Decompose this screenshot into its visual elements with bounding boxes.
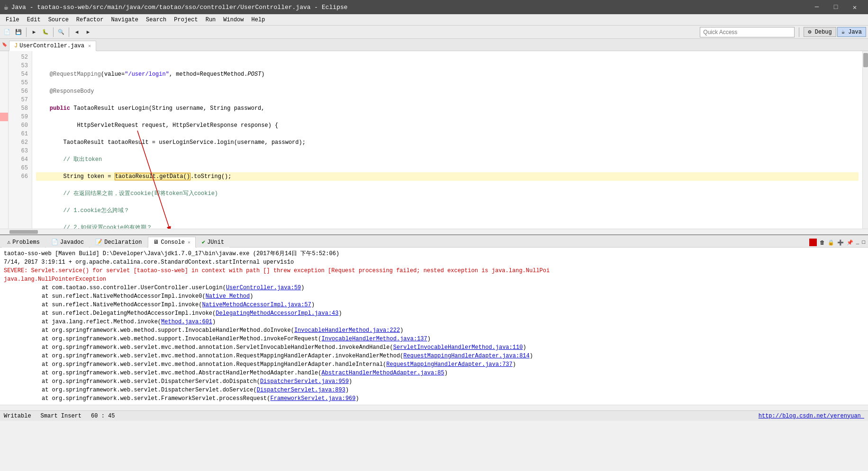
console-npe-link[interactable]: java.lang.NullPointerException (4, 275, 864, 284)
stack-link-2[interactable]: Native Method (206, 293, 250, 300)
toolbar-back[interactable]: ◀ (72, 27, 82, 37)
app-icon: ☕ (4, 2, 9, 12)
toolbar-sep-persp (799, 27, 799, 37)
console-stack-2: at sun.reflect.NativeMethodAccessorImpl.… (4, 292, 864, 301)
code-line-57: TaotaoResult taotaoResult = userLoginSer… (36, 138, 859, 147)
menu-file[interactable]: File (2, 16, 23, 24)
console-actions: 🗑 🔒 ➕ 📌 _ □ (808, 238, 866, 247)
quick-access-input[interactable] (700, 27, 795, 37)
problems-icon: ⚠ (7, 239, 10, 246)
console-stack-14: at org.springframework.web.servlet.Frame… (4, 394, 864, 403)
title-bar-controls: ─ □ ✕ (807, 0, 864, 14)
toolbar-debug[interactable]: 🐛 (40, 27, 51, 37)
menu-navigate[interactable]: Navigate (107, 16, 142, 24)
console-stack-10: at org.springframework.web.servlet.mvc.m… (4, 360, 864, 369)
breakpoint-marker (0, 113, 8, 121)
tab-close-icon[interactable]: ✕ (88, 43, 91, 49)
toolbar-forward[interactable]: ▶ (83, 27, 93, 37)
code-line-54: @ResponseBody (36, 87, 859, 96)
perspective-buttons: ⚙ Debug ☕ Java (804, 27, 866, 37)
console-stack-12: at org.springframework.web.servlet.Dispa… (4, 377, 864, 386)
java-perspective-button[interactable]: ☕ Java (837, 27, 866, 37)
title-text: Java - taotao-sso-web/src/main/java/com/… (11, 4, 348, 11)
declaration-label: Declaration (104, 239, 142, 246)
console-terminate-button[interactable] (809, 239, 817, 246)
stack-link-9[interactable]: RequestMappingHandlerAdapter.java:814 (403, 353, 529, 359)
console-stack-5: at java.lang.reflect.Method.invoke(Metho… (4, 318, 864, 326)
menu-run[interactable]: Run (202, 16, 220, 24)
java-file-icon: J (14, 43, 18, 49)
editor-area: 🔖 J UserController.java ✕ 52 53 54 55 56… (0, 39, 868, 235)
console-scroll-lock-button[interactable]: 🔒 (828, 240, 834, 246)
toolbar-save[interactable]: 💾 (13, 27, 24, 37)
stack-link-1[interactable]: UserController.java:59 (226, 284, 301, 291)
status-bar-left: Writable Smart Insert 60 : 45 (4, 413, 115, 419)
stack-link-3[interactable]: NativeMethodAccessorImpl.java:57 (202, 302, 311, 308)
menu-refactor[interactable]: Refactor (72, 16, 108, 24)
maximize-button[interactable]: □ (826, 0, 845, 14)
console-stack-1: at com.taotao.sso.controller.UserControl… (4, 284, 864, 292)
tab-junit[interactable]: ✔ JUnit (197, 237, 229, 248)
debug-perspective-button[interactable]: ⚙ Debug (804, 27, 836, 37)
menu-project[interactable]: Project (170, 16, 201, 24)
writable-status: Writable (4, 413, 31, 419)
stack-link-8[interactable]: ServletInvocableHandlerMethod.java:110 (393, 344, 523, 351)
console-newconsole-button[interactable]: ➕ (837, 240, 844, 246)
bottom-panel: ⚠ Problems 📄 Javadoc 📝 Declaration 🖥 Con… (0, 235, 868, 410)
toolbar-sep-2 (53, 27, 54, 37)
console-stack-9: at org.springframework.web.servlet.mvc.m… (4, 352, 864, 360)
console-hscrollbar[interactable] (0, 405, 868, 410)
tab-console[interactable]: 🖥 Console ✕ (148, 237, 195, 248)
toolbar: 📄 💾 ▶ 🐛 🔍 ◀ ▶ ⚙ Debug ☕ Java (0, 26, 868, 39)
gutter-markers (0, 51, 9, 229)
blog-link[interactable]: http://blog.csdn.net/yerenyuan_ (759, 413, 864, 419)
smart-insert-status: Smart Insert (41, 413, 81, 419)
scrollbar-thumb[interactable] (863, 53, 868, 67)
editor-scrollbar[interactable] (862, 51, 868, 229)
stack-link-6[interactable]: InvocableHandlerMethod.java:222 (294, 327, 400, 334)
close-button[interactable]: ✕ (845, 0, 864, 14)
declaration-icon: 📝 (95, 239, 102, 246)
code-line-62: // 2.如何设置cookie的有效期？ (36, 223, 859, 229)
toolbar-run[interactable]: ▶ (29, 27, 39, 37)
javadoc-label: Javadoc (60, 239, 84, 246)
stack-link-10[interactable]: RequestMappingHandlerAdapter.java:737 (386, 361, 512, 368)
editor-hscrollbar[interactable] (0, 229, 868, 234)
tab-declaration[interactable]: 📝 Declaration (90, 237, 147, 248)
junit-icon: ✔ (202, 239, 205, 246)
console-clear-button[interactable]: 🗑 (820, 240, 825, 246)
editor-tab-label: UserController.java (19, 43, 84, 49)
menu-window[interactable]: Window (219, 16, 247, 24)
code-content[interactable]: @RequestMapping(value="/user/login", met… (32, 51, 862, 229)
stack-link-4[interactable]: DelegatingMethodAccessorImpl.java:43 (216, 310, 338, 317)
tab-problems[interactable]: ⚠ Problems (2, 237, 45, 248)
console-severe-error: SEVERE: Servlet.service() for servlet [t… (4, 267, 864, 275)
code-line-58: // 取出token (36, 155, 859, 164)
code-line-53: @RequestMapping(value="/user/login", met… (36, 70, 859, 79)
console-line-1: 7/14, 2017 3:19:11 + org.apache.catalina… (4, 258, 864, 267)
stack-link-12[interactable]: DispatcherServlet.java:959 (260, 378, 349, 385)
tab-javadoc[interactable]: 📄 Javadoc (46, 237, 89, 248)
stack-link-13[interactable]: DispatcherServlet.java:893 (257, 387, 345, 393)
menu-source[interactable]: Source (45, 16, 72, 24)
editor-tab-usercontroller[interactable]: J UserController.java ✕ (9, 41, 96, 51)
console-pin-icon: ✕ (188, 240, 190, 245)
hscrollbar-thumb[interactable] (9, 230, 38, 234)
toolbar-search[interactable]: 🔍 (56, 27, 66, 37)
stack-link-14[interactable]: FrameworkServlet.java:969 (270, 395, 355, 402)
menu-search[interactable]: Search (142, 16, 170, 24)
status-bar: Writable Smart Insert 60 : 45 http://blo… (0, 410, 868, 421)
code-editor: 52 53 54 55 56 57 58 59 60 61 62 63 64 6… (0, 51, 868, 229)
console-pin-button[interactable]: 📌 (847, 240, 853, 246)
toolbar-new[interactable]: 📄 (2, 27, 12, 37)
console-minimize-button[interactable]: _ (856, 240, 859, 245)
toolbar-sep-3 (69, 27, 69, 37)
stack-link-7[interactable]: InvocableHandlerMethod.java:137 (322, 336, 427, 342)
minimize-button[interactable]: ─ (807, 0, 826, 14)
menu-bar: File Edit Source Refactor Navigate Searc… (0, 14, 868, 26)
stack-link-5[interactable]: Method.java:601 (161, 319, 212, 325)
menu-help[interactable]: Help (248, 16, 269, 24)
menu-edit[interactable]: Edit (23, 16, 45, 24)
stack-link-11[interactable]: AbstractHandlerMethodAdapter.java:85 (322, 370, 444, 376)
console-maximize-button[interactable]: □ (862, 240, 865, 245)
